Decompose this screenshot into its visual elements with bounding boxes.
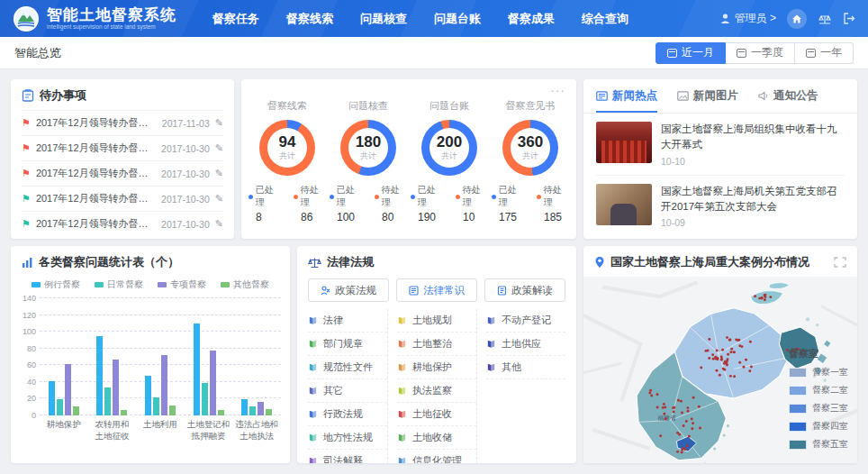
bar-日常督察[interactable] [104,387,111,415]
policy-interpretation-button[interactable]: 政策解读 [484,278,565,302]
edit-icon[interactable]: ✎ [215,218,223,230]
news-item[interactable]: 国家土地督察上海局机关第五党支部召开2017年第五次支部大会10-09 [596,175,845,237]
donut-legend: 已处理190待处理10 [411,184,488,223]
law-item[interactable]: 土地规划 [397,309,476,333]
legend-text: 已处理 [337,184,362,209]
todo-item[interactable]: ⚑2017年12月领导转办督察线索2017-10-30✎ [22,135,223,160]
nav-item-5[interactable]: 综合查询 [582,11,628,27]
todo-item[interactable]: ⚑2017年12月领导转办督察线索2017-10-30✎ [22,211,223,236]
chart-legend-item[interactable]: 专项督察 [158,278,206,291]
todo-panel: 待办事项 ⚑2017年12月领导转办督察线索2017-11-03✎⚑2017年1… [11,79,234,239]
tab-news-photos[interactable]: 新闻图片 [677,88,738,113]
edit-icon[interactable]: ✎ [215,193,223,205]
chart-legend-item[interactable]: 例行督察 [32,278,80,291]
bar-日常督察[interactable] [153,397,159,415]
nav-item-3[interactable]: 问题台账 [434,11,481,27]
law-item[interactable]: 其它 [308,379,387,403]
law-item[interactable]: 土地收储 [397,426,476,450]
more-options-icon[interactable]: ··· [550,83,565,97]
edit-icon[interactable]: ✎ [215,168,223,179]
law-item[interactable]: 行政法规 [308,403,387,426]
legend-dot [537,195,541,199]
nav-item-0[interactable]: 督察任务 [212,11,259,27]
case-dot [649,389,652,392]
edit-icon[interactable]: ✎ [215,117,223,129]
bar-日常督察[interactable] [249,406,256,415]
app-subtitle: intelligent supervision of state land sy… [47,23,166,30]
nav-item-4[interactable]: 督察成果 [508,11,555,27]
case-dot [728,339,731,342]
case-dot [733,351,736,353]
x-axis-labels: 耕地保护农转用和土地征收土地利用土地登记和抵押融资违法占地和土地执法 [11,415,290,442]
bar-例行督察[interactable] [241,399,248,415]
logout-icon[interactable] [843,13,855,24]
chart-legend-item[interactable]: 日常督察 [95,278,143,291]
bar-专项督察[interactable] [161,355,167,415]
page-title: 智能总览 [14,45,61,61]
news-body: 国家土地督察上海局组织集中收看十九大开幕式10-10 [661,122,845,167]
bar-专项督察[interactable] [258,402,264,415]
law-item[interactable]: 土地征收 [397,403,476,426]
bar-chart-icon [22,257,33,269]
todo-item[interactable]: ⚑2017年12月领导转办督察线索2017-11-03✎ [22,110,223,135]
bar-例行督察[interactable] [194,324,200,415]
map-area[interactable]: 福建省 督察室 督察一室督察二室督察三室督察四室督察五室 [583,278,857,463]
legal-knowledge-button[interactable]: 法律常识 [396,278,477,302]
donut-stat: 督察线索94共计已处理8待处理86 [249,99,326,223]
book-icon [308,315,318,325]
range-button-quarter[interactable]: 一季度 [726,42,795,64]
law-item-label: 土地供应 [502,337,541,351]
gavel-icon[interactable] [818,13,832,25]
edit-icon[interactable]: ✎ [215,142,223,154]
law-item[interactable]: 耕地保护 [397,356,476,379]
todo-item[interactable]: ⚑2017年12月领导转办督察线索2017-10-30✎ [22,160,223,186]
bar-专项督察[interactable] [210,351,216,415]
bar-group [194,324,224,415]
law-item[interactable]: 法律 [308,309,387,333]
nav-item-2[interactable]: 问题核查 [360,11,407,27]
donut-total-value: 200 [437,134,462,150]
bar-其他督察[interactable] [266,409,272,415]
bar-其他督察[interactable] [121,410,127,415]
home-button[interactable] [787,9,807,29]
law-item[interactable]: 不动产登记 [486,309,565,333]
case-dot [745,359,747,361]
todo-item[interactable]: ⚑2017年12月领导转办督察线索2017-10-30✎ [22,186,223,211]
legend-value: 10 [456,211,488,223]
bar-专项督察[interactable] [65,364,71,415]
bar-日常督察[interactable] [202,383,208,415]
news-item[interactable]: 国家土地督察上海局组织集中收看十九大开幕式10-10 [596,114,845,175]
bar-日常督察[interactable] [57,399,63,415]
law-item[interactable]: 部门规章 [308,333,387,356]
range-button-month[interactable]: 近一月 [656,42,726,64]
legend-value: 8 [249,211,281,223]
law-item[interactable]: 规范性文件 [308,356,387,379]
law-item[interactable]: 土地整治 [397,333,476,356]
chart-legend-item[interactable]: 其他督察 [221,278,269,291]
book-icon [397,409,407,419]
policy-regulations-button[interactable]: 政策法规 [308,278,389,302]
law-item[interactable]: 执法监察 [397,379,476,403]
nav-item-1[interactable]: 督察线索 [286,11,333,27]
law-item[interactable]: 地方性法规 [308,426,387,450]
law-item[interactable]: 司法解释 [308,450,387,463]
law-item[interactable]: 信息化管理 [397,450,476,463]
calendar-icon [806,49,816,58]
law-item[interactable]: 土地供应 [486,333,565,356]
bar-专项督察[interactable] [113,360,119,415]
user-menu[interactable]: 管理员 > [719,11,776,26]
tab-news-hot[interactable]: 新闻热点 [596,88,657,113]
button-label: 政策解读 [511,284,553,297]
bar-例行督察[interactable] [96,336,103,415]
bar-例行督察[interactable] [145,376,151,415]
range-button-year[interactable]: 一年 [795,42,854,64]
bar-其他督察[interactable] [169,406,176,415]
y-tick-label: 140 [23,294,36,303]
fullscreen-icon[interactable] [834,257,846,268]
bar-其他督察[interactable] [218,410,224,416]
bar-例行督察[interactable] [49,381,55,415]
book-icon [397,386,407,396]
tab-announcements[interactable]: 通知公告 [758,88,818,113]
bar-其他督察[interactable] [73,406,79,415]
law-item[interactable]: 其他 [486,356,565,379]
